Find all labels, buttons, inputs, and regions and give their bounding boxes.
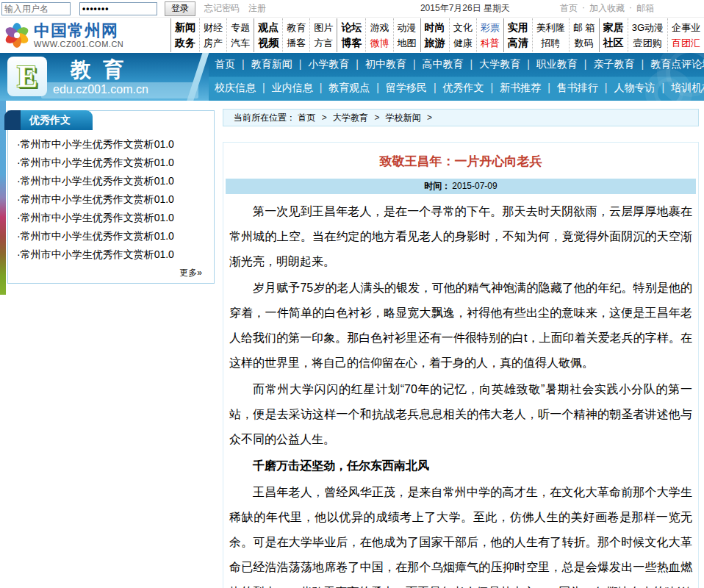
main-column: 当前所在位置： 首页 > 大学教育 > 学校新闻 > 致敬王昌年：一片丹心向老兵…: [223, 109, 699, 588]
nav-link[interactable]: 健康: [451, 35, 475, 51]
forgot-password-link[interactable]: 忘记密码: [204, 2, 240, 15]
nav-link[interactable]: 博客: [339, 35, 364, 51]
edu-logo-icon: E: [7, 57, 47, 96]
essay-list-item[interactable]: ·常州市中小学生优秀作文赏析01.0: [17, 190, 206, 209]
flower-logo-icon: [4, 23, 29, 48]
breadcrumb-separator: >: [322, 112, 327, 123]
channel-nav-link[interactable]: 培训机构: [671, 82, 704, 95]
essay-list: ·常州市中小学生优秀作文赏析01.0 ·常州市中小学生优秀作文赏析01.0 ·常…: [8, 130, 214, 264]
channel-url: edu.cz001.com.cn: [53, 83, 148, 96]
breadcrumb: 当前所在位置： 首页 > 大学教育 > 学校新闻 >: [223, 109, 699, 126]
channel-nav-link[interactable]: 优秀作文: [443, 82, 500, 95]
essay-list-item[interactable]: ·常州市中小学生优秀作文赏析01.0: [17, 209, 206, 227]
channel-nav-link[interactable]: 大学教育: [479, 58, 536, 71]
nav-link[interactable]: 汽车: [229, 35, 252, 51]
channel-nav-link[interactable]: 留学移民: [386, 82, 443, 95]
nav-link[interactable]: 时尚: [423, 20, 448, 35]
home-link[interactable]: 首页: [560, 2, 578, 15]
channel-nav-link[interactable]: 职业教育: [536, 58, 594, 71]
username-input[interactable]: [1, 2, 71, 15]
nav-link[interactable]: 百团汇: [669, 35, 703, 51]
channel-nav-row1: 首页 教育新闻 小学教育 初中教育 高中教育 大学教育 职业教育 亲子教育 教育…: [215, 53, 704, 76]
nav-link[interactable]: 社区: [601, 35, 626, 51]
site-header: 中国常州网 WWW.CZ001.COM.CN 新闻 政务 财经 房产 专题 汽车…: [0, 18, 704, 53]
nav-column: 教育 播客: [282, 18, 309, 52]
nav-column: 家居 社区: [599, 18, 628, 52]
breadcrumb-prefix: 当前所在位置：: [234, 112, 295, 123]
more-link[interactable]: 更多»: [179, 268, 202, 278]
channel-nav-link[interactable]: 新书推荐: [500, 82, 557, 95]
nav-link[interactable]: 旅游: [423, 35, 448, 51]
channel-nav-link[interactable]: 小学教育: [308, 58, 365, 71]
nav-column: 图片 方言: [309, 18, 337, 52]
add-favorites-link[interactable]: 加入收藏: [589, 2, 625, 15]
nav-link[interactable]: 游戏: [367, 20, 391, 35]
channel-nav-link[interactable]: 教育点评论坛: [650, 58, 704, 71]
nav-link[interactable]: 播客: [284, 35, 308, 51]
nav-link[interactable]: 数码: [571, 35, 597, 51]
nav-column: 动漫 地图: [393, 18, 420, 52]
channel-nav-link[interactable]: 业内信息: [272, 82, 329, 95]
tab-excellent-essays[interactable]: 优秀作文: [7, 110, 93, 130]
login-button[interactable]: 登录: [165, 1, 195, 16]
channel-nav-link[interactable]: 校庆信息: [215, 82, 272, 95]
channel-nav-link[interactable]: 人物专访: [614, 82, 671, 95]
article-paragraph: 第一次见到王昌年老人，是在一个寻常的下午。那天去时天阴欲雨，云层厚厚地裹在常州城…: [225, 198, 697, 275]
current-date: 2015年7月26日 星期天: [420, 2, 510, 15]
channel-nav-link[interactable]: 教育观点: [328, 82, 386, 95]
channel-nav-link[interactable]: 亲子教育: [593, 58, 650, 71]
nav-link[interactable]: 美利隆: [534, 20, 567, 35]
channel-nav-link[interactable]: 首页: [215, 58, 251, 71]
nav-column: 新闻 政务: [170, 18, 199, 52]
nav-link[interactable]: 图片: [312, 20, 335, 35]
nav-link[interactable]: 教育: [284, 20, 308, 35]
site-logo[interactable]: 中国常州网 WWW.CZ001.COM.CN: [0, 22, 170, 49]
nav-link[interactable]: 财经: [201, 20, 225, 35]
breadcrumb-separator: >: [374, 112, 379, 123]
nav-link[interactable]: 企事业: [669, 20, 703, 35]
channel-nav-link[interactable]: 高中教育: [423, 58, 480, 71]
nav-link[interactable]: 新闻: [173, 20, 198, 35]
nav-link[interactable]: 邮 箱: [571, 20, 597, 35]
breadcrumb-link[interactable]: 学校新闻: [386, 112, 421, 123]
nav-link[interactable]: 观点: [256, 20, 281, 35]
nav-link[interactable]: 科普: [478, 35, 502, 51]
article-body: 第一次见到王昌年老人，是在一个寻常的下午。那天去时天阴欲雨，云层厚厚地裹在常州城…: [225, 198, 697, 588]
essay-list-item[interactable]: ·常州市中小学生优秀作文赏析01.0: [17, 135, 206, 154]
nav-link[interactable]: 微博: [367, 35, 391, 51]
channel-nav-link[interactable]: 教育新闻: [251, 58, 309, 71]
nav-link[interactable]: 高清: [506, 35, 531, 51]
nav-link[interactable]: 3G动漫: [630, 20, 666, 35]
nav-column: 观点 视频: [254, 18, 282, 52]
essay-list-item[interactable]: ·常州市中小学生优秀作文赏析01.0: [17, 154, 206, 172]
nav-link[interactable]: 壹团购: [630, 35, 666, 51]
nav-column: 彩票 科普: [476, 18, 503, 52]
password-input[interactable]: [79, 2, 157, 15]
nav-link[interactable]: 论坛: [339, 20, 364, 35]
register-link[interactable]: 注册: [248, 2, 266, 15]
nav-link[interactable]: 方言: [312, 35, 335, 51]
sidebar-excellent-essays: 优秀作文 ·常州市中小学生优秀作文赏析01.0 ·常州市中小学生优秀作文赏析01…: [7, 110, 215, 284]
essay-list-item[interactable]: ·常州市中小学生优秀作文赏析01.0: [17, 227, 206, 245]
essay-list-item[interactable]: ·常州市中小学生优秀作文赏析01.0: [17, 245, 206, 264]
nav-link[interactable]: 地图: [395, 35, 419, 51]
content-area: 优秀作文 ·常州市中小学生优秀作文赏析01.0 ·常州市中小学生优秀作文赏析01…: [0, 101, 704, 588]
breadcrumb-link[interactable]: 首页: [298, 112, 315, 123]
nav-link[interactable]: 视频: [256, 35, 281, 51]
nav-link[interactable]: 实用: [506, 20, 531, 35]
nav-link[interactable]: 房产: [201, 35, 225, 51]
date-value: 2015-07-09: [452, 181, 497, 191]
nav-link[interactable]: 政务: [173, 35, 198, 51]
essay-list-item[interactable]: ·常州市中小学生优秀作文赏析01.0: [17, 172, 206, 190]
nav-link[interactable]: 文化: [451, 20, 475, 35]
channel-logo-area: E 教育 edu.cz001.com.cn: [0, 53, 209, 101]
mailbox-link[interactable]: 邮箱: [636, 2, 654, 15]
nav-link[interactable]: 家居: [601, 20, 626, 35]
nav-link[interactable]: 动漫: [395, 20, 419, 35]
breadcrumb-link[interactable]: 大学教育: [333, 112, 368, 123]
channel-nav-link[interactable]: 初中教育: [365, 58, 423, 71]
nav-link[interactable]: 专题: [229, 20, 252, 35]
nav-link[interactable]: 彩票: [478, 20, 502, 35]
nav-link[interactable]: 招聘: [534, 35, 567, 51]
channel-nav-link[interactable]: 售书排行: [557, 82, 614, 95]
